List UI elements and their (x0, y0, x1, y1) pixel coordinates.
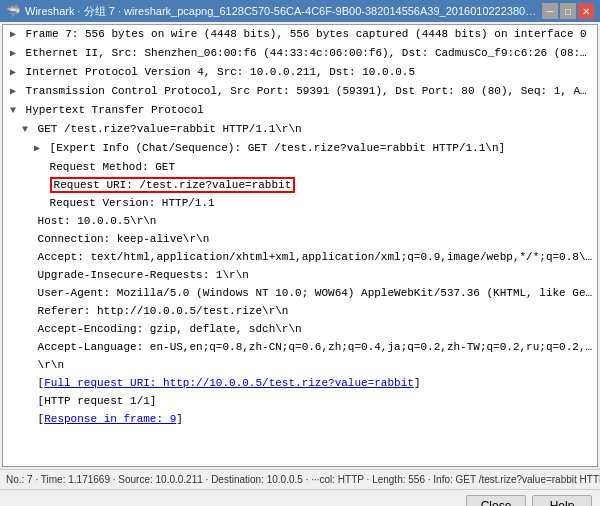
close-button[interactable]: Close (466, 495, 526, 507)
tree-row-upgrade[interactable]: Upgrade-Insecure-Requests: 1\r\n (3, 266, 597, 284)
tree-row-tcp[interactable]: ▶ Transmission Control Protocol, Src Por… (3, 82, 597, 101)
version-label: Request Version: HTTP/1.1 (50, 197, 215, 209)
ethernet-label: Ethernet II, Src: Shenzhen_06:00:f6 (44:… (26, 47, 597, 59)
tree-row-crlf[interactable]: \r\n (3, 356, 597, 374)
expand-icon-ipv4: ▶ (7, 65, 19, 81)
status-text: No.: 7 · Time: 1.171669 · Source: 10.0.0… (6, 474, 600, 485)
tree-row-full-uri[interactable]: [Full request URI: http://10.0.0.5/test.… (3, 374, 597, 392)
http-req-label: [HTTP request 1/1] (38, 395, 157, 407)
full-uri-link[interactable]: Full request URI: http://10.0.0.5/test.r… (44, 377, 414, 389)
ipv4-label: Internet Protocol Version 4, Src: 10.0.0… (26, 66, 415, 78)
tree-row-expert[interactable]: ▶ [Expert Info (Chat/Sequence): GET /tes… (3, 139, 597, 158)
tree-row-uri[interactable]: Request URI: /test.rize?value=rabbit (3, 176, 597, 194)
uri-label: Request URI: /test.rize?value=rabbit (50, 177, 296, 193)
tree-row-host[interactable]: Host: 10.0.0.5\r\n (3, 212, 597, 230)
connection-label: Connection: keep-alive\r\n (38, 233, 210, 245)
uri-highlight: Request URI: /test.rize?value=rabbit (50, 177, 296, 193)
accept-language-label: Accept-Language: en-US,en;q=0.8,zh-CN;q=… (38, 341, 597, 353)
response-in-link[interactable]: Response in frame: 9 (44, 413, 176, 425)
tree-row-ipv4[interactable]: ▶ Internet Protocol Version 4, Src: 10.0… (3, 63, 597, 82)
tree-row-connection[interactable]: Connection: keep-alive\r\n (3, 230, 597, 248)
host-label: Host: 10.0.0.5\r\n (38, 215, 157, 227)
expand-icon-expert: ▶ (31, 141, 43, 157)
title-bar-title: Wireshark · 分组 7 · wireshark_pcapng_6128… (25, 4, 542, 19)
tree-row-ethernet[interactable]: ▶ Ethernet II, Src: Shenzhen_06:00:f6 (4… (3, 44, 597, 63)
expand-icon-ethernet: ▶ (7, 46, 19, 62)
window-close-button[interactable]: ✕ (578, 3, 594, 19)
title-bar-icon: 🦈 (6, 4, 21, 18)
help-button[interactable]: Help (532, 495, 592, 507)
expand-icon-get: ▼ (19, 122, 31, 138)
tree-row-useragent[interactable]: User-Agent: Mozilla/5.0 (Windows NT 10.0… (3, 284, 597, 302)
get-label: GET /test.rize?value=rabbit HTTP/1.1\r\n (38, 123, 302, 135)
tree-row-method[interactable]: Request Method: GET (3, 158, 597, 176)
tcp-label: Transmission Control Protocol, Src Port:… (26, 85, 597, 97)
response-in-label: [Response in frame: 9] (38, 413, 183, 425)
expert-label: [Expert Info (Chat/Sequence): GET /test.… (50, 142, 505, 154)
crlf-label: \r\n (38, 359, 64, 371)
full-uri-label: [Full request URI: http://10.0.0.5/test.… (38, 377, 421, 389)
tree-row-referer[interactable]: Referer: http://10.0.0.5/test.rize\r\n (3, 302, 597, 320)
minimize-button[interactable]: ─ (542, 3, 558, 19)
referer-label: Referer: http://10.0.0.5/test.rize\r\n (38, 305, 289, 317)
bottom-bar: Close Help (0, 489, 600, 506)
upgrade-label: Upgrade-Insecure-Requests: 1\r\n (38, 269, 249, 281)
useragent-label: User-Agent: Mozilla/5.0 (Windows NT 10.0… (38, 287, 597, 299)
tree-row-frame[interactable]: ▶ Frame 7: 556 bytes on wire (4448 bits)… (3, 25, 597, 44)
tree-row-accept-encoding[interactable]: Accept-Encoding: gzip, deflate, sdch\r\n (3, 320, 597, 338)
tree-row-accept-language[interactable]: Accept-Language: en-US,en;q=0.8,zh-CN;q=… (3, 338, 597, 356)
accept-encoding-label: Accept-Encoding: gzip, deflate, sdch\r\n (38, 323, 302, 335)
maximize-button[interactable]: □ (560, 3, 576, 19)
http-label: Hypertext Transfer Protocol (26, 104, 204, 116)
tree-row-http-req[interactable]: [HTTP request 1/1] (3, 392, 597, 410)
tree-row-version[interactable]: Request Version: HTTP/1.1 (3, 194, 597, 212)
tree-row-response-in[interactable]: [Response in frame: 9] (3, 410, 597, 428)
frame-label: Frame 7: 556 bytes on wire (4448 bits), … (26, 28, 587, 40)
title-bar: 🦈 Wireshark · 分组 7 · wireshark_pcapng_61… (0, 0, 600, 22)
expand-icon-http: ▼ (7, 103, 19, 119)
expand-icon-frame: ▶ (7, 27, 19, 43)
accept-label: Accept: text/html,application/xhtml+xml,… (38, 251, 597, 263)
method-label: Request Method: GET (50, 161, 175, 173)
packet-tree: ▶ Frame 7: 556 bytes on wire (4448 bits)… (2, 24, 598, 467)
tree-row-http[interactable]: ▼ Hypertext Transfer Protocol (3, 101, 597, 120)
tree-row-get-line[interactable]: ▼ GET /test.rize?value=rabbit HTTP/1.1\r… (3, 120, 597, 139)
expand-icon-tcp: ▶ (7, 84, 19, 100)
status-bar: No.: 7 · Time: 1.171669 · Source: 10.0.0… (0, 469, 600, 489)
tree-row-accept[interactable]: Accept: text/html,application/xhtml+xml,… (3, 248, 597, 266)
